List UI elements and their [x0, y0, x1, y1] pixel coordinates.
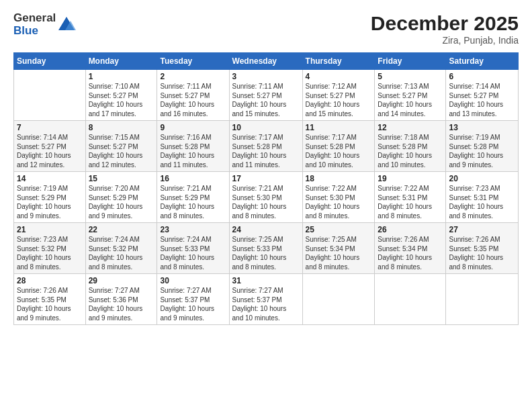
logo-blue: Blue [13, 25, 56, 38]
day-info: Sunrise: 7:12 AMSunset: 5:27 PMDaylight:… [306, 82, 372, 118]
calendar-cell: 6Sunrise: 7:14 AMSunset: 5:27 PMDaylight… [446, 70, 519, 121]
logo-general: General [13, 12, 56, 25]
calendar-cell: 18Sunrise: 7:22 AMSunset: 5:30 PMDayligh… [302, 172, 375, 223]
day-number: 28 [17, 276, 83, 285]
calendar-cell [14, 70, 86, 121]
day-number: 15 [89, 174, 154, 183]
day-info: Sunrise: 7:10 AMSunset: 5:27 PMDaylight:… [89, 82, 154, 118]
col-header-saturday: Saturday [446, 53, 519, 70]
page-header: General Blue December 2025 Zira, Punjab,… [13, 12, 519, 46]
day-number: 23 [160, 225, 226, 234]
title-block: December 2025 Zira, Punjab, India [371, 12, 519, 46]
day-number: 11 [306, 123, 372, 132]
day-info: Sunrise: 7:22 AMSunset: 5:30 PMDaylight:… [306, 184, 372, 220]
calendar-cell: 22Sunrise: 7:24 AMSunset: 5:32 PMDayligh… [85, 223, 157, 274]
day-number: 9 [160, 123, 226, 132]
col-header-sunday: Sunday [14, 53, 86, 70]
day-number: 6 [449, 72, 515, 81]
day-number: 1 [89, 72, 154, 81]
day-info: Sunrise: 7:27 AMSunset: 5:36 PMDaylight:… [89, 286, 154, 322]
day-number: 2 [160, 72, 226, 81]
calendar-cell: 1Sunrise: 7:10 AMSunset: 5:27 PMDaylight… [85, 70, 157, 121]
day-info: Sunrise: 7:16 AMSunset: 5:28 PMDaylight:… [160, 133, 226, 169]
location: Zira, Punjab, India [371, 35, 519, 46]
calendar-cell: 30Sunrise: 7:27 AMSunset: 5:37 PMDayligh… [157, 274, 229, 325]
col-header-tuesday: Tuesday [157, 53, 229, 70]
calendar-cell: 4Sunrise: 7:12 AMSunset: 5:27 PMDaylight… [302, 70, 375, 121]
day-info: Sunrise: 7:17 AMSunset: 5:28 PMDaylight:… [232, 133, 300, 169]
day-info: Sunrise: 7:17 AMSunset: 5:28 PMDaylight:… [306, 133, 372, 169]
day-info: Sunrise: 7:11 AMSunset: 5:27 PMDaylight:… [232, 82, 300, 118]
day-info: Sunrise: 7:20 AMSunset: 5:29 PMDaylight:… [89, 184, 154, 220]
day-number: 7 [17, 123, 83, 132]
day-number: 19 [378, 174, 443, 183]
col-header-monday: Monday [85, 53, 157, 70]
col-header-friday: Friday [375, 53, 446, 70]
day-info: Sunrise: 7:14 AMSunset: 5:27 PMDaylight:… [449, 82, 515, 118]
day-number: 14 [17, 174, 83, 183]
calendar-cell: 11Sunrise: 7:17 AMSunset: 5:28 PMDayligh… [302, 121, 375, 172]
calendar-cell: 7Sunrise: 7:14 AMSunset: 5:27 PMDaylight… [14, 121, 86, 172]
calendar-table: SundayMondayTuesdayWednesdayThursdayFrid… [13, 52, 519, 325]
calendar-cell [375, 274, 446, 325]
day-number: 30 [160, 276, 226, 285]
day-info: Sunrise: 7:27 AMSunset: 5:37 PMDaylight:… [232, 286, 300, 322]
calendar-week-1: 1Sunrise: 7:10 AMSunset: 5:27 PMDaylight… [14, 70, 519, 121]
logo-icon [57, 15, 76, 34]
day-info: Sunrise: 7:14 AMSunset: 5:27 PMDaylight:… [17, 133, 83, 169]
day-number: 5 [378, 72, 443, 81]
day-number: 29 [89, 276, 154, 285]
calendar-week-5: 28Sunrise: 7:26 AMSunset: 5:35 PMDayligh… [14, 274, 519, 325]
day-info: Sunrise: 7:19 AMSunset: 5:29 PMDaylight:… [17, 184, 83, 220]
day-info: Sunrise: 7:24 AMSunset: 5:32 PMDaylight:… [89, 235, 154, 271]
day-number: 17 [232, 174, 300, 183]
day-number: 8 [89, 123, 154, 132]
calendar-cell: 10Sunrise: 7:17 AMSunset: 5:28 PMDayligh… [229, 121, 302, 172]
calendar-cell: 24Sunrise: 7:25 AMSunset: 5:33 PMDayligh… [229, 223, 302, 274]
calendar-week-2: 7Sunrise: 7:14 AMSunset: 5:27 PMDaylight… [14, 121, 519, 172]
day-number: 21 [17, 225, 83, 234]
day-info: Sunrise: 7:13 AMSunset: 5:27 PMDaylight:… [378, 82, 443, 118]
calendar-cell: 12Sunrise: 7:18 AMSunset: 5:28 PMDayligh… [375, 121, 446, 172]
day-info: Sunrise: 7:15 AMSunset: 5:27 PMDaylight:… [89, 133, 154, 169]
day-info: Sunrise: 7:27 AMSunset: 5:37 PMDaylight:… [160, 286, 226, 322]
day-number: 22 [89, 225, 154, 234]
day-info: Sunrise: 7:26 AMSunset: 5:35 PMDaylight:… [449, 235, 515, 271]
calendar-cell: 20Sunrise: 7:23 AMSunset: 5:31 PMDayligh… [446, 172, 519, 223]
day-info: Sunrise: 7:19 AMSunset: 5:28 PMDaylight:… [449, 133, 515, 169]
calendar-cell: 9Sunrise: 7:16 AMSunset: 5:28 PMDaylight… [157, 121, 229, 172]
day-info: Sunrise: 7:23 AMSunset: 5:31 PMDaylight:… [449, 184, 515, 220]
calendar-header-row: SundayMondayTuesdayWednesdayThursdayFrid… [14, 53, 519, 70]
calendar-cell [302, 274, 375, 325]
day-info: Sunrise: 7:21 AMSunset: 5:29 PMDaylight:… [160, 184, 226, 220]
day-number: 24 [232, 225, 300, 234]
day-number: 16 [160, 174, 226, 183]
day-info: Sunrise: 7:21 AMSunset: 5:30 PMDaylight:… [232, 184, 300, 220]
day-info: Sunrise: 7:11 AMSunset: 5:27 PMDaylight:… [160, 82, 226, 118]
day-info: Sunrise: 7:22 AMSunset: 5:31 PMDaylight:… [378, 184, 443, 220]
logo: General Blue [13, 12, 76, 37]
day-info: Sunrise: 7:18 AMSunset: 5:28 PMDaylight:… [378, 133, 443, 169]
calendar-week-4: 21Sunrise: 7:23 AMSunset: 5:32 PMDayligh… [14, 223, 519, 274]
calendar-cell: 29Sunrise: 7:27 AMSunset: 5:36 PMDayligh… [85, 274, 157, 325]
calendar-cell: 28Sunrise: 7:26 AMSunset: 5:35 PMDayligh… [14, 274, 86, 325]
calendar-cell: 2Sunrise: 7:11 AMSunset: 5:27 PMDaylight… [157, 70, 229, 121]
day-number: 18 [306, 174, 372, 183]
calendar-cell [446, 274, 519, 325]
calendar-cell: 21Sunrise: 7:23 AMSunset: 5:32 PMDayligh… [14, 223, 86, 274]
day-number: 12 [378, 123, 443, 132]
day-number: 3 [232, 72, 300, 81]
calendar-cell: 23Sunrise: 7:24 AMSunset: 5:33 PMDayligh… [157, 223, 229, 274]
day-info: Sunrise: 7:23 AMSunset: 5:32 PMDaylight:… [17, 235, 83, 271]
calendar-week-3: 14Sunrise: 7:19 AMSunset: 5:29 PMDayligh… [14, 172, 519, 223]
day-info: Sunrise: 7:25 AMSunset: 5:33 PMDaylight:… [232, 235, 300, 271]
day-info: Sunrise: 7:26 AMSunset: 5:35 PMDaylight:… [17, 286, 83, 322]
day-info: Sunrise: 7:24 AMSunset: 5:33 PMDaylight:… [160, 235, 226, 271]
calendar-cell: 25Sunrise: 7:25 AMSunset: 5:34 PMDayligh… [302, 223, 375, 274]
day-number: 25 [306, 225, 372, 234]
calendar-cell: 27Sunrise: 7:26 AMSunset: 5:35 PMDayligh… [446, 223, 519, 274]
calendar-cell: 5Sunrise: 7:13 AMSunset: 5:27 PMDaylight… [375, 70, 446, 121]
day-number: 20 [449, 174, 515, 183]
calendar-cell: 13Sunrise: 7:19 AMSunset: 5:28 PMDayligh… [446, 121, 519, 172]
calendar-cell: 3Sunrise: 7:11 AMSunset: 5:27 PMDaylight… [229, 70, 302, 121]
